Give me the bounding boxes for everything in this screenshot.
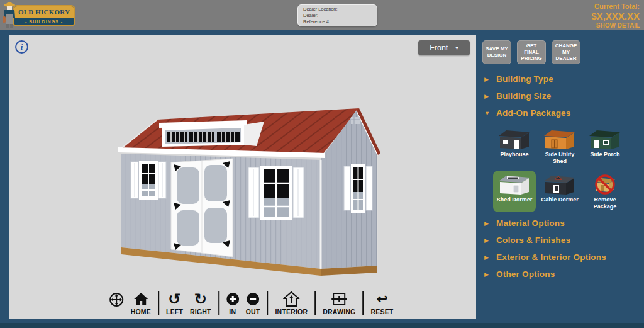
collapsed-arrow-icon: ▶ bbox=[484, 220, 491, 227]
get-pricing-button[interactable]: GET FINAL PRICING bbox=[517, 40, 546, 64]
dealer-label: Dealer: bbox=[303, 13, 372, 19]
menu-exterior-interior-options[interactable]: ▶ Exterior & Interior Options bbox=[484, 252, 644, 262]
rotate-left-icon: ↺ bbox=[168, 291, 180, 307]
drawing-icon bbox=[331, 291, 347, 307]
drawing-button[interactable]: DRAWING bbox=[323, 291, 355, 315]
zoom-out-icon bbox=[247, 291, 259, 307]
collapsed-arrow-icon: ▶ bbox=[484, 93, 491, 99]
show-detail-link[interactable]: SHOW DETAIL bbox=[591, 22, 640, 29]
options-menu: ▶ Building Type ▶ Building Size ▼ Add-On… bbox=[479, 74, 644, 279]
home-button[interactable]: HOME bbox=[131, 291, 151, 315]
collapsed-arrow-icon: ▶ bbox=[484, 254, 491, 261]
current-total: Current Total: $X,XXX.XX SHOW DETAIL bbox=[591, 3, 640, 29]
interior-icon bbox=[283, 291, 299, 307]
menu-addon-packages[interactable]: ▼ Add-On Packages bbox=[484, 108, 644, 118]
shed-double-door bbox=[171, 159, 233, 257]
toolbar-divider bbox=[158, 291, 159, 315]
shed-window-left bbox=[131, 161, 166, 200]
playhouse-thumbnail-icon bbox=[494, 128, 535, 150]
sidebar-actions: SAVE MY DESIGN GET FINAL PRICING CHANGE … bbox=[482, 40, 644, 64]
pan-button[interactable] bbox=[109, 292, 124, 310]
package-side-porch[interactable]: Side Porch bbox=[584, 125, 626, 167]
view-selector-value: Front bbox=[430, 43, 448, 52]
addon-packages-grid: Playhouse Side Utility Shed bbox=[493, 125, 644, 212]
toolbar-divider bbox=[362, 291, 364, 315]
gable-dormer-thumbnail-icon bbox=[539, 173, 580, 196]
view-selector[interactable]: Front ▾ bbox=[418, 40, 470, 55]
collapsed-arrow-icon: ▶ bbox=[484, 76, 491, 82]
shed-dormer bbox=[159, 120, 264, 147]
toolbar-divider bbox=[267, 291, 269, 315]
dealer-location-label: Dealer Location: bbox=[303, 6, 372, 13]
collapsed-arrow-icon: ▶ bbox=[484, 237, 491, 244]
side-utility-shed-thumbnail-icon bbox=[539, 128, 580, 150]
viewer-toolbar: HOME ↺ LEFT ↻ RIGHT IN bbox=[109, 291, 394, 315]
toolbar-divider bbox=[314, 291, 316, 315]
menu-building-type[interactable]: ▶ Building Type bbox=[484, 74, 644, 84]
logo-title: OLD HICKORY bbox=[14, 6, 74, 18]
zoom-in-button[interactable]: IN bbox=[226, 291, 239, 315]
remove-package-icon bbox=[584, 173, 626, 196]
info-icon[interactable]: i bbox=[15, 40, 28, 54]
reset-button[interactable]: ↩ RESET bbox=[370, 291, 393, 315]
shed-window-gable bbox=[344, 164, 372, 213]
viewer-canvas[interactable]: i Front ▾ HOME bbox=[9, 35, 476, 319]
current-total-amount: $X,XXX.XX bbox=[591, 11, 640, 21]
interior-view-button[interactable]: INTERIOR bbox=[275, 291, 308, 315]
shed-window-front bbox=[248, 166, 304, 220]
bottom-border-strip bbox=[0, 323, 644, 328]
options-sidebar: SAVE MY DESIGN GET FINAL PRICING CHANGE … bbox=[479, 35, 644, 322]
rotate-right-icon: ↻ bbox=[194, 291, 207, 307]
logo-badge: OLD HICKORY - BUILDINGS - bbox=[13, 5, 75, 26]
package-shed-dormer[interactable]: Shed Dormer bbox=[493, 171, 536, 213]
chevron-down-icon: ▾ bbox=[455, 45, 458, 51]
side-porch-thumbnail-icon bbox=[584, 128, 626, 150]
collapsed-arrow-icon: ▶ bbox=[484, 271, 491, 278]
reset-icon: ↩ bbox=[377, 291, 388, 307]
dealer-info-box: Dealer Location: Dealer: Reference #: bbox=[297, 4, 377, 26]
reference-label: Reference #: bbox=[303, 19, 372, 25]
home-icon bbox=[133, 291, 148, 307]
rotate-right-button[interactable]: ↻ RIGHT bbox=[190, 291, 211, 315]
menu-building-size[interactable]: ▶ Building Size bbox=[484, 91, 644, 101]
pan-icon bbox=[109, 292, 124, 307]
menu-other-options[interactable]: ▶ Other Options bbox=[484, 269, 644, 279]
lumberjack-icon bbox=[1, 1, 18, 29]
menu-material-options[interactable]: ▶ Material Options bbox=[484, 218, 644, 228]
zoom-out-button[interactable]: OUT bbox=[246, 291, 260, 315]
rotate-left-button[interactable]: ↺ LEFT bbox=[166, 291, 183, 315]
top-bar: OLD HICKORY - BUILDINGS - Dealer Locatio… bbox=[0, 0, 644, 30]
change-dealer-button[interactable]: CHANGE MY DEALER bbox=[552, 40, 580, 64]
save-design-button[interactable]: SAVE MY DESIGN bbox=[482, 40, 511, 64]
package-remove[interactable]: Remove Package bbox=[584, 171, 626, 213]
current-total-label: Current Total: bbox=[591, 3, 640, 10]
zoom-in-icon bbox=[226, 291, 239, 307]
package-playhouse[interactable]: Playhouse bbox=[493, 125, 536, 167]
menu-colors-finishes[interactable]: ▶ Colors & Finishes bbox=[484, 235, 644, 245]
toolbar-divider bbox=[218, 291, 219, 315]
logo-subtitle: - BUILDINGS - bbox=[14, 18, 74, 25]
shed-dormer-thumbnail-icon bbox=[494, 173, 535, 196]
expanded-arrow-icon: ▼ bbox=[484, 110, 491, 116]
package-gable-dormer[interactable]: Gable Dormer bbox=[538, 171, 581, 213]
old-hickory-logo: OLD HICKORY - BUILDINGS - bbox=[4, 2, 77, 28]
shed-3d-model[interactable] bbox=[9, 35, 476, 319]
package-side-utility-shed[interactable]: Side Utility Shed bbox=[538, 125, 581, 167]
